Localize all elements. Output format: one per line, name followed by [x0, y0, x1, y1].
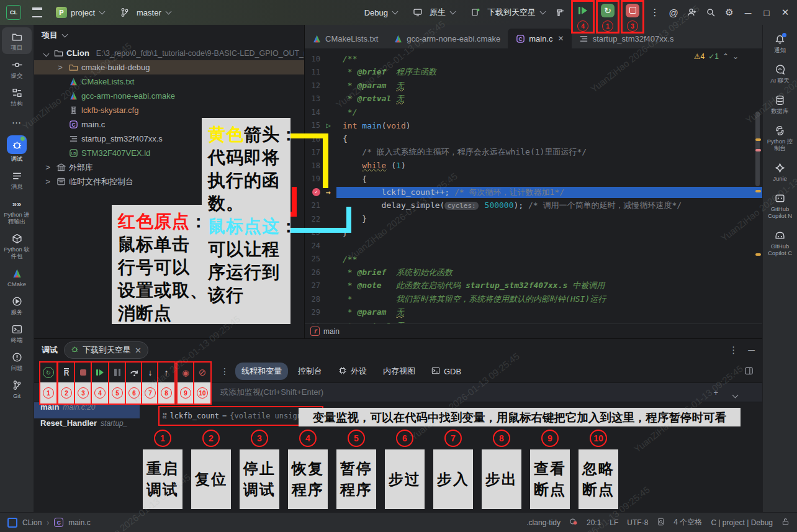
line-number[interactable]: ✓ — [304, 188, 320, 196]
tree-root-row[interactable]: CLionE:\3_repo\0_fdb\1_tutorial-code\9-B… — [34, 46, 304, 60]
sidebar-item-problems[interactable]: 问题 — [2, 348, 32, 374]
code-text[interactable]: /* 嵌入式系统的主循环，程序会永远在while(1)里面运行*/ — [336, 147, 762, 158]
sidebar-item-terminal[interactable]: 终端 — [2, 320, 32, 346]
sidebar-item-debug[interactable]: 调试 — [2, 132, 32, 165]
more-actions-icon[interactable]: ⋮ — [220, 366, 229, 376]
build-hammer-icon[interactable] — [552, 4, 569, 20]
code-line-18[interactable]: 18 while (1) — [304, 159, 762, 173]
tree-item[interactable]: gcc-arm-none-eabi.cmake — [34, 89, 304, 103]
sidebar-item-messages[interactable]: 消息 — [2, 166, 32, 193]
more-actions-icon[interactable]: ⋮ — [729, 345, 738, 356]
line-number[interactable]: 27 — [304, 281, 320, 290]
sidebar-item-project[interactable]: 项目 — [2, 27, 32, 54]
code-line-13[interactable]: 13 * @retval 无 — [304, 92, 762, 106]
line-number[interactable]: 22 — [304, 215, 320, 223]
line-number[interactable]: 17 — [304, 148, 320, 156]
maximize-button[interactable]: □ — [759, 4, 775, 20]
status-app-name[interactable]: CLion — [22, 518, 42, 527]
line-number[interactable]: 11 — [304, 68, 320, 76]
resume-program-button[interactable]: 4 — [571, 0, 595, 34]
indent-setting[interactable]: 4 个空格 — [673, 517, 702, 528]
code-line-20[interactable]: ✓→ lckfb_count++; /* 每次循环，让计数器加1*/ — [304, 186, 762, 199]
rerun-debug-button[interactable]: ↻1 — [39, 361, 58, 405]
line-number[interactable]: 26 — [304, 268, 320, 277]
code-text[interactable]: /** — [336, 255, 762, 264]
status-file-name[interactable]: main.c — [68, 518, 90, 527]
stripe-mark[interactable] — [755, 149, 761, 151]
breadcrumb-item[interactable]: main — [323, 327, 340, 336]
code-text[interactable]: } — [336, 228, 762, 237]
line-number[interactable]: 24 — [304, 241, 320, 250]
inspections-doc-icon[interactable] — [657, 518, 665, 528]
sidebar-item-services[interactable]: 服务 — [2, 292, 32, 318]
line-number[interactable]: 19 — [304, 174, 320, 183]
line-number[interactable]: 21 — [304, 201, 320, 210]
close-icon[interactable]: ✕ — [558, 34, 564, 43]
line-number[interactable]: 28 — [304, 295, 320, 304]
code-text[interactable]: int main(void) — [336, 121, 762, 130]
code-text[interactable]: * @retval 无 — [336, 93, 762, 104]
code-line-14[interactable]: 14 */ — [304, 106, 762, 119]
editor-breadcrumbs[interactable]: f main — [304, 323, 762, 338]
caret-position[interactable]: 20:1 — [587, 518, 601, 527]
editor-tab-gcc-arm-none-eabi.cmake[interactable]: gcc-arm-none-eabi.cmake — [385, 29, 508, 48]
stop-button[interactable]: 3 — [621, 0, 644, 34]
code-line-11[interactable]: 11 * @brief 程序主函数 — [304, 66, 762, 79]
settings-gear-icon[interactable]: ⚙ — [721, 4, 737, 20]
code-text[interactable]: { — [336, 174, 762, 184]
minimize-button[interactable]: ─ — [740, 4, 756, 20]
search-icon[interactable] — [703, 4, 719, 20]
more-actions-icon[interactable]: ⋮ — [647, 4, 663, 20]
code-line-19[interactable]: 19 { — [304, 173, 762, 186]
sidebar-item-notifications[interactable]: 通知 — [765, 30, 795, 56]
sidebar-item-cmake[interactable]: CMake — [2, 264, 32, 291]
debug-view-tab-GDB[interactable]: GDB — [425, 363, 467, 380]
add-watch-plus-icon[interactable]: + — [713, 388, 718, 397]
code-text[interactable]: * @note 此函数在启动代码 startup_stm32f407xx.s 中… — [336, 280, 762, 291]
main-menu-icon[interactable] — [32, 7, 42, 17]
sidebar-item-git[interactable]: Git — [2, 376, 32, 402]
stop-debug-button[interactable]: 3 — [74, 361, 92, 405]
sidebar-item-database[interactable]: 数据库 — [765, 91, 795, 117]
code-text[interactable]: * @brief 系统初始化函数 — [336, 267, 762, 278]
code-line-23[interactable]: 23} — [304, 226, 762, 240]
breakpoint-icon[interactable]: ✓ — [312, 188, 320, 196]
line-ending[interactable]: LF — [610, 518, 618, 527]
file-encoding[interactable]: UTF-8 — [627, 518, 648, 527]
sidebar-item-python-packages[interactable]: Python 软件包 — [2, 229, 32, 263]
editor-tab-CMakeLists.txt[interactable]: CMakeLists.txt — [304, 29, 385, 48]
run-config-selector[interactable]: 下载到天空星 — [462, 2, 550, 23]
pause-program-button[interactable]: 5 — [108, 361, 127, 405]
gutter-slot[interactable]: → — [320, 187, 336, 197]
gutter-slot[interactable]: ▷ — [320, 121, 336, 130]
code-line-21[interactable]: 21 delay_simple(cycles: 500000); /* 调用一个… — [304, 199, 762, 213]
sidebar-item-ai-chat[interactable]: AI 聊天 — [765, 60, 795, 87]
debug-session-tab[interactable]: 下载到天空星 ✕ — [64, 341, 148, 359]
sidebar-item-copilot-n[interactable]: GitHub Copilot N — [765, 189, 795, 222]
sidebar-item-python-output[interactable]: »»Python 进程输出 — [2, 194, 32, 228]
frame-row[interactable]: Reset_Handlerstartup_ — [34, 418, 140, 435]
debug-view-tab-线程和变量[interactable]: 线程和变量 — [235, 363, 288, 380]
context-info[interactable]: C | project | Debug — [711, 518, 773, 527]
code-text[interactable]: * @param 无 — [336, 307, 762, 318]
rerun-debug-button[interactable]: ↻1 — [596, 0, 619, 34]
stripe-mark[interactable] — [755, 190, 761, 192]
code-line-12[interactable]: 12 * @param 无 — [304, 79, 762, 92]
run-gutter-icon[interactable]: ▷ — [326, 121, 330, 130]
line-number[interactable]: 18 — [304, 161, 320, 170]
toolchain-selector[interactable]: 原生 — [405, 2, 460, 23]
view-breakpoints-button[interactable]: ◉9 — [176, 361, 195, 405]
sidebar-item-copilot-c[interactable]: GitHub Copilot C — [765, 226, 795, 259]
lock-icon[interactable] — [781, 518, 790, 528]
editor-tab-main.c[interactable]: Cmain.c✕ — [508, 29, 571, 48]
sidebar-item-python-console[interactable]: Python 控制台 — [765, 121, 795, 155]
tree-item[interactable]: lckfb-skystar.cfg — [34, 103, 304, 117]
debug-view-tab-外设[interactable]: 外设 — [332, 363, 373, 380]
debug-view-tab-内存视图[interactable]: 内存视图 — [377, 363, 421, 380]
sidebar-item-structure[interactable]: 结构 — [2, 83, 32, 110]
stripe-mark[interactable] — [755, 138, 761, 141]
clang-tidy-status[interactable]: .clang-tidy — [526, 518, 561, 527]
code-line-25[interactable]: 25/** — [304, 253, 762, 266]
code-line-17[interactable]: 17 /* 嵌入式系统的主循环，程序会永远在while(1)里面运行*/ — [304, 146, 762, 160]
hide-panel-icon[interactable]: ─ — [748, 345, 755, 356]
